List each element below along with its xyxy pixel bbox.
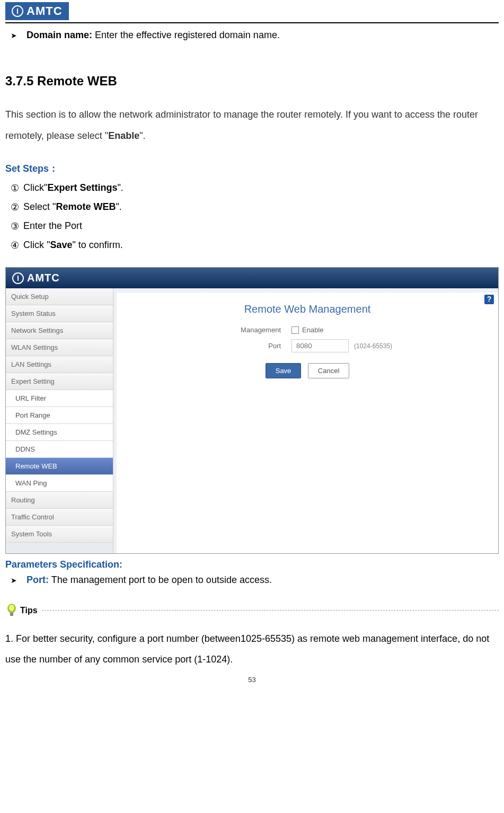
- step-item: ② Select "Remote WEB".: [11, 201, 493, 213]
- port-input[interactable]: [291, 339, 349, 352]
- sidebar-item[interactable]: Port Range: [6, 407, 113, 424]
- params-heading: Parameters Specification:: [5, 559, 499, 570]
- logo-icon: [12, 5, 23, 17]
- sidebar-item[interactable]: Expert Setting: [6, 373, 113, 390]
- sidebar-item[interactable]: Network Settings: [6, 322, 113, 339]
- port-param-desc: The management port to be open to outsid…: [49, 575, 272, 585]
- sidebar-item[interactable]: LAN Settings: [6, 356, 113, 373]
- set-steps-label: Set Steps：: [5, 162, 58, 175]
- tips-label: Tips: [20, 606, 38, 615]
- step-text: Click"Expert Settings".: [23, 182, 123, 193]
- sidebar-item[interactable]: WAN Ping: [6, 475, 113, 492]
- sidebar-item[interactable]: Quick Setup: [6, 288, 113, 305]
- domain-name-text: Domain name: Enter the effective registe…: [26, 29, 280, 42]
- page-number: 53: [5, 676, 499, 684]
- svg-rect-2: [10, 613, 13, 616]
- svg-point-1: [9, 605, 14, 611]
- tips-text: 1. For better security, configure a port…: [5, 629, 499, 670]
- sidebar-item[interactable]: System Status: [6, 305, 113, 322]
- sidebar-item[interactable]: Routing: [6, 492, 113, 509]
- brand-text: AMTC: [26, 4, 63, 18]
- doc-header: AMTC: [5, 0, 499, 23]
- domain-name-bullet: ➤ Domain name: Enter the effective regis…: [11, 29, 493, 42]
- step-item: ③ Enter the Port: [11, 220, 493, 232]
- router-body: Quick SetupSystem StatusNetwork Settings…: [6, 288, 498, 553]
- step-item: ① Click"Expert Settings".: [11, 182, 493, 194]
- tips-header: Tips: [5, 603, 499, 618]
- intro-post: ".: [139, 130, 145, 141]
- enable-checkbox[interactable]: [291, 326, 299, 334]
- section-intro: This section is to allow the network adm…: [5, 104, 499, 146]
- cancel-button[interactable]: Cancel: [308, 363, 349, 378]
- enable-label: Enable: [302, 326, 323, 334]
- main-panel: ? Remote Web Management Management Enabl…: [117, 293, 498, 553]
- step-text: Select "Remote WEB".: [23, 201, 122, 213]
- sidebar-item[interactable]: URL Filter: [6, 390, 113, 407]
- port-param-text: Port: The management port to be open to …: [26, 573, 272, 587]
- button-row: Save Cancel: [127, 363, 488, 378]
- router-top-bar: AMTC: [6, 268, 498, 288]
- steps-list: ① Click"Expert Settings". ② Select "Remo…: [5, 182, 499, 251]
- step-text: Click "Save" to confirm.: [23, 240, 123, 251]
- step-number: ①: [11, 182, 23, 194]
- step-number: ③: [11, 220, 23, 232]
- dashed-line: [42, 610, 499, 611]
- sidebar: Quick SetupSystem StatusNetwork Settings…: [6, 288, 113, 553]
- lightbulb-icon: [5, 603, 18, 618]
- step-number: ④: [11, 240, 23, 251]
- step-item: ④ Click "Save" to confirm.: [11, 240, 493, 251]
- sidebar-item[interactable]: DDNS: [6, 441, 113, 458]
- step-text: Enter the Port: [23, 220, 82, 232]
- sidebar-item[interactable]: System Tools: [6, 526, 113, 543]
- domain-name-label: Domain name:: [26, 30, 92, 40]
- intro-pre: This section is to allow the network adm…: [5, 109, 478, 141]
- save-button[interactable]: Save: [266, 363, 302, 378]
- chevron-icon: ➤: [11, 576, 17, 586]
- sidebar-item[interactable]: Remote WEB: [6, 458, 113, 475]
- step-number: ②: [11, 201, 23, 213]
- intro-bold: Enable: [108, 130, 139, 141]
- port-label: Port: [201, 342, 281, 350]
- sidebar-item[interactable]: Traffic Control: [6, 509, 113, 526]
- chevron-icon: ➤: [11, 31, 17, 41]
- sidebar-item[interactable]: WLAN Settings: [6, 339, 113, 356]
- port-param-bullet: ➤ Port: The management port to be open t…: [11, 573, 493, 587]
- management-row: Management Enable: [127, 326, 488, 334]
- logo-icon: [12, 272, 24, 284]
- port-param-label: Port:: [26, 575, 49, 585]
- section-title: 3.7.5 Remote WEB: [5, 74, 499, 89]
- management-label: Management: [201, 326, 281, 334]
- domain-name-desc: Enter the effective registered domain na…: [92, 30, 280, 40]
- router-ui-screenshot: AMTC Quick SetupSystem StatusNetwork Set…: [5, 267, 499, 554]
- sidebar-item[interactable]: DMZ Settings: [6, 424, 113, 441]
- port-hint: (1024-65535): [354, 342, 392, 350]
- port-row: Port (1024-65535): [127, 339, 488, 352]
- panel-title: Remote Web Management: [127, 303, 488, 315]
- router-brand: AMTC: [27, 272, 60, 284]
- brand-logo: AMTC: [5, 2, 69, 20]
